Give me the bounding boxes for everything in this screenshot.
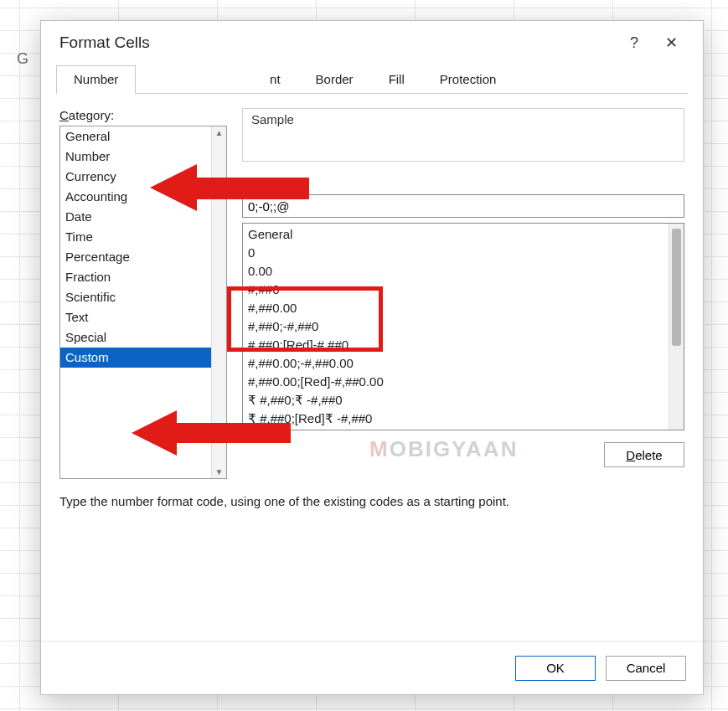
category-item[interactable]: Custom — [60, 348, 211, 368]
tab-protection[interactable]: Protection — [422, 65, 514, 94]
delete-button[interactable]: Delete — [604, 442, 684, 467]
category-label: Category: — [59, 108, 227, 122]
category-item[interactable]: Currency — [60, 167, 211, 187]
format-code-item[interactable]: #,##0.00;[Red]-#,##0.00 — [243, 373, 669, 391]
tab-font[interactable]: Fontnt — [227, 65, 298, 94]
category-item[interactable]: Text — [60, 307, 211, 327]
category-item[interactable]: Fraction — [60, 267, 211, 287]
scroll-up-icon[interactable]: ▲ — [215, 128, 224, 137]
tab-strip: Number Alignment Fontnt Border Fill Prot… — [41, 64, 703, 93]
dialog-body: Category: GeneralNumberCurrencyAccountin… — [41, 93, 703, 641]
category-item[interactable]: Number — [60, 147, 211, 167]
format-code-item[interactable]: 0.00 — [243, 262, 669, 281]
tabstrip-underline — [56, 93, 688, 94]
format-code-item[interactable]: ₹ #,##0;[Red]₹ -#,##0 — [243, 410, 669, 428]
category-item[interactable]: Scientific — [60, 287, 211, 307]
category-item[interactable]: General — [60, 126, 211, 147]
format-scrollbar[interactable] — [669, 224, 684, 430]
type-label: Type: — [242, 177, 684, 191]
format-code-item[interactable]: General — [243, 225, 669, 244]
category-item[interactable]: Time — [60, 227, 211, 247]
close-button[interactable]: ✕ — [653, 26, 689, 59]
tab-border[interactable]: Border — [298, 65, 371, 94]
format-cells-dialog: Format Cells ? ✕ Number Alignment Fontnt… — [40, 20, 704, 695]
format-code-item[interactable]: #,##0.00 — [243, 299, 669, 317]
column-header-letter: G — [17, 50, 28, 68]
type-input[interactable] — [242, 194, 684, 218]
category-item[interactable]: Percentage — [60, 247, 211, 267]
format-code-item[interactable]: ₹ #,##0.00;₹ -#,##0.00 — [243, 428, 669, 430]
format-code-item[interactable]: #,##0;-#,##0 — [243, 317, 669, 336]
sample-groupbox: Sample — [242, 108, 684, 162]
category-item[interactable]: Special — [60, 327, 211, 348]
tab-number[interactable]: Number — [56, 65, 136, 94]
format-code-item[interactable]: #,##0 — [243, 281, 669, 299]
help-button[interactable]: ? — [616, 26, 653, 59]
format-code-item[interactable]: 0 — [243, 244, 669, 262]
category-item[interactable]: Date — [60, 207, 211, 227]
format-code-item[interactable]: #,##0;[Red]-#,##0 — [243, 336, 669, 354]
dialog-titlebar: Format Cells ? ✕ — [41, 21, 703, 64]
hint-text: Type the number format code, using one o… — [59, 494, 684, 508]
dialog-title: Format Cells — [59, 33, 616, 52]
format-code-item[interactable]: #,##0.00;-#,##0.00 — [243, 354, 669, 373]
category-listbox[interactable]: GeneralNumberCurrencyAccountingDateTimeP… — [59, 126, 227, 479]
tab-fill[interactable]: Fill — [371, 65, 422, 94]
format-codes-listbox[interactable]: General00.00#,##0#,##0.00#,##0;-#,##0#,#… — [242, 223, 684, 430]
format-code-item[interactable]: ₹ #,##0;₹ -#,##0 — [243, 391, 669, 410]
scroll-down-icon[interactable]: ▼ — [215, 467, 224, 477]
ok-button[interactable]: OK — [515, 656, 596, 681]
category-item[interactable]: Accounting — [60, 187, 211, 207]
cancel-button[interactable]: Cancel — [606, 656, 686, 681]
category-scrollbar[interactable]: ▲ ▼ — [211, 126, 226, 478]
sample-label: Sample — [251, 112, 294, 126]
scrollbar-thumb[interactable] — [672, 229, 681, 346]
dialog-footer: OK Cancel — [41, 641, 703, 694]
